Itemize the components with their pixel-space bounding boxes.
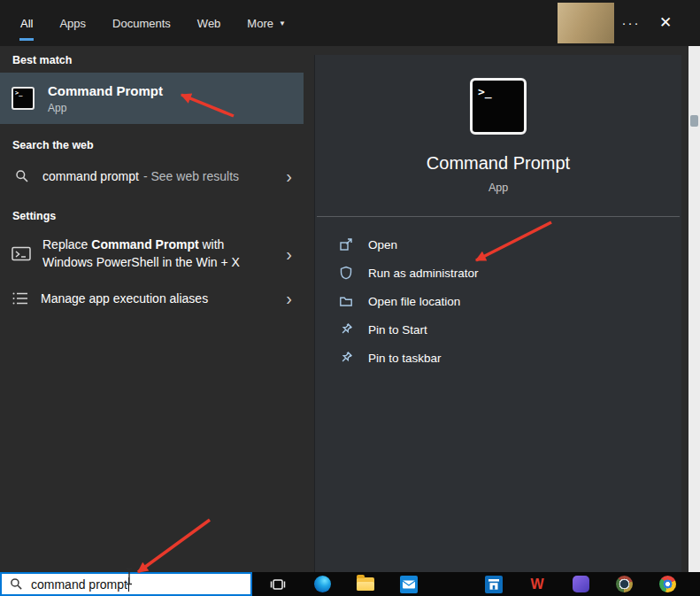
user-avatar[interactable]	[558, 3, 614, 43]
chevron-right-icon[interactable]: ›	[286, 290, 292, 307]
task-view-icon	[269, 577, 287, 592]
search-filter-tabs: All Apps Documents Web More ▼	[19, 0, 287, 46]
tab-more[interactable]: More ▼	[246, 0, 287, 46]
action-label: Run as administrator	[368, 267, 479, 280]
search-icon	[15, 169, 29, 183]
tab-all[interactable]: All	[19, 0, 34, 46]
action-label: Open file location	[368, 295, 460, 308]
app-purple-icon	[573, 576, 589, 592]
settings-item-text: Replace Command Prompt with Windows Powe…	[42, 236, 279, 271]
command-prompt-icon	[12, 87, 35, 110]
search-web-header: Search the web	[0, 124, 304, 158]
preview-app-subtitle: App	[315, 182, 681, 194]
taskbar-app-purple-button[interactable]	[569, 573, 592, 595]
tab-more-label: More	[247, 17, 273, 30]
action-label: Pin to taskbar	[368, 352, 442, 365]
action-pin-to-start[interactable]: Pin to Start	[315, 315, 681, 344]
preview-app-title: Command Prompt	[315, 153, 681, 174]
more-options-button[interactable]: ···	[618, 12, 644, 35]
background-window-edge	[688, 46, 700, 572]
action-label: Pin to Start	[368, 323, 427, 337]
action-open[interactable]: Open	[315, 230, 681, 259]
tab-web[interactable]: Web	[196, 0, 222, 46]
pin-icon	[339, 322, 353, 337]
web-result-item[interactable]: command prompt- See web results ›	[0, 158, 304, 195]
taskbar: command prompt	[0, 572, 700, 596]
tab-apps[interactable]: Apps	[58, 0, 87, 46]
action-pin-to-taskbar[interactable]: Pin to taskbar	[315, 344, 681, 372]
taskbar-file-explorer-button[interactable]	[354, 573, 377, 595]
wps-office-icon: W	[530, 577, 543, 592]
best-match-subtitle: App	[48, 102, 163, 114]
file-explorer-icon	[357, 577, 374, 591]
mail-icon	[400, 576, 418, 593]
best-match-item[interactable]: Command Prompt App	[0, 73, 304, 124]
settings-item-app-aliases[interactable]: Manage app execution aliases ›	[0, 279, 304, 317]
best-match-header: Best match	[0, 46, 304, 73]
ibeam-cursor	[125, 568, 134, 585]
settings-item-replace-cmd[interactable]: Replace Command Prompt with Windows Powe…	[0, 228, 304, 279]
microsoft-store-icon	[485, 576, 503, 593]
settings-text-pre: Replace	[42, 237, 91, 252]
search-results-panel: Best match Command Prompt App Search the…	[0, 46, 304, 572]
taskbar-wps-button[interactable]: W	[526, 573, 549, 595]
preview-panel: Command Prompt App Open Run as administr…	[314, 55, 681, 572]
tab-documents[interactable]: Documents	[112, 0, 172, 46]
action-run-as-administrator[interactable]: Run as administrator	[315, 259, 681, 287]
best-match-text: Command Prompt App	[48, 83, 163, 114]
search-filter-bar: All Apps Documents Web More ▼ ··· ✕	[0, 0, 700, 46]
terminal-window-icon	[12, 246, 31, 262]
chevron-down-icon: ▼	[279, 19, 286, 27]
settings-text-bold: Command Prompt	[91, 237, 198, 252]
microsoft-edge-icon	[314, 576, 331, 592]
task-view-button[interactable]	[266, 573, 289, 595]
web-result-query: command prompt	[42, 169, 139, 183]
list-icon	[12, 290, 29, 306]
taskbar-browser-button[interactable]	[612, 573, 635, 595]
web-result-text: command prompt- See web results	[42, 169, 239, 183]
command-prompt-icon-large	[470, 78, 527, 135]
pin-icon	[339, 351, 353, 365]
taskbar-mail-button[interactable]	[397, 573, 420, 595]
divider	[317, 216, 680, 217]
settings-item-label: Manage app execution aliases	[41, 291, 208, 306]
web-result-suffix: - See web results	[143, 169, 239, 183]
background-window-icon	[690, 115, 698, 127]
search-input-value: command prompt	[31, 577, 127, 592]
taskbar-chrome-button[interactable]	[656, 573, 679, 595]
settings-header: Settings	[0, 195, 304, 228]
folder-icon	[339, 294, 353, 308]
search-icon	[10, 577, 23, 591]
windows-search-screen: All Apps Documents Web More ▼ ··· ✕ Best…	[0, 0, 700, 596]
action-label: Open	[368, 238, 397, 252]
settings-text-line2: Windows PowerShell in the Win + X	[42, 255, 240, 269]
chevron-right-icon[interactable]: ›	[286, 167, 292, 185]
settings-text-post: with	[199, 237, 225, 252]
open-in-window-icon	[339, 237, 353, 252]
close-button[interactable]: ✕	[652, 11, 679, 35]
chevron-right-icon[interactable]: ›	[286, 245, 292, 263]
best-match-title: Command Prompt	[48, 83, 163, 98]
browser-muted-icon	[616, 576, 633, 592]
taskbar-edge-button[interactable]	[311, 573, 334, 595]
shield-icon	[339, 266, 353, 280]
action-list: Open Run as administrator Open file loca…	[315, 230, 681, 372]
action-open-file-location[interactable]: Open file location	[315, 287, 681, 315]
google-chrome-icon	[659, 576, 676, 592]
taskbar-store-button[interactable]	[482, 573, 505, 595]
